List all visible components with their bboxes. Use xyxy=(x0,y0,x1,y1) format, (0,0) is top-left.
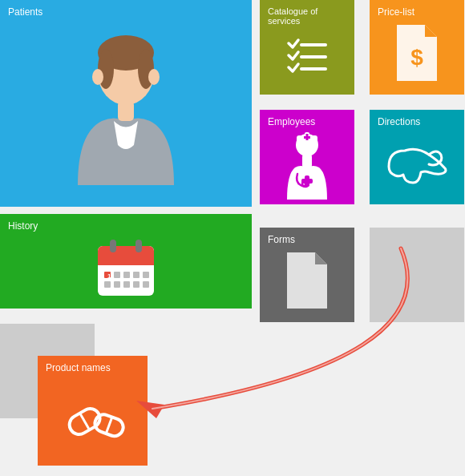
history-icon-container: 1 xyxy=(8,232,244,304)
forms-label: Forms xyxy=(268,234,295,245)
pricelist-label: Price-list xyxy=(378,6,414,18)
catalogue-icon-container xyxy=(268,26,346,88)
svg-rect-18 xyxy=(301,179,313,184)
forms-icon xyxy=(279,248,335,313)
svg-rect-4 xyxy=(118,101,134,121)
svg-text:1: 1 xyxy=(107,272,111,280)
patients-icon-container xyxy=(8,18,244,200)
svg-rect-32 xyxy=(123,281,130,288)
catalogue-icon xyxy=(279,29,335,85)
directions-icon xyxy=(381,139,453,187)
productnames-icon xyxy=(53,385,133,449)
catalogue-label: Catalogue of services xyxy=(268,6,346,26)
tile-employees[interactable]: Employees xyxy=(260,110,354,204)
svg-rect-26 xyxy=(114,272,120,278)
svg-rect-33 xyxy=(133,281,140,288)
employees-icon-container xyxy=(268,127,346,200)
history-label: History xyxy=(8,220,38,232)
svg-rect-31 xyxy=(114,281,120,288)
tile-patients[interactable]: Patients xyxy=(0,0,252,207)
tile-productnames[interactable]: Product names xyxy=(38,356,148,466)
productnames-icon-container xyxy=(46,373,140,459)
patients-icon xyxy=(62,29,190,189)
tile-directions[interactable]: Directions xyxy=(370,110,464,204)
tile-catalogue[interactable]: Catalogue of services xyxy=(260,0,354,95)
pricelist-icon: $ xyxy=(389,21,445,85)
employees-icon xyxy=(275,127,339,200)
svg-rect-27 xyxy=(123,272,130,278)
tile-history[interactable]: History 1 xyxy=(0,214,252,309)
employees-label: Employees xyxy=(268,116,315,127)
svg-rect-28 xyxy=(133,272,140,278)
directions-icon-container xyxy=(378,127,456,198)
svg-rect-30 xyxy=(104,281,111,288)
tile-forms[interactable]: Forms xyxy=(260,228,354,322)
svg-rect-19 xyxy=(302,154,312,168)
svg-rect-23 xyxy=(110,240,116,252)
svg-rect-29 xyxy=(143,272,149,278)
tile-pricelist[interactable]: Price-list $ xyxy=(370,0,464,95)
svg-point-5 xyxy=(92,69,103,85)
svg-rect-24 xyxy=(135,240,142,252)
svg-point-6 xyxy=(148,69,160,85)
history-icon: 1 xyxy=(90,232,162,304)
productnames-label: Product names xyxy=(46,362,111,373)
svg-line-37 xyxy=(79,413,89,430)
svg-rect-15 xyxy=(304,136,310,139)
svg-line-39 xyxy=(106,417,112,434)
forms-icon-container xyxy=(268,245,346,316)
svg-rect-22 xyxy=(98,256,154,265)
svg-text:$: $ xyxy=(410,45,423,70)
patients-label: Patients xyxy=(8,6,42,18)
svg-rect-34 xyxy=(143,281,149,288)
tile-empty xyxy=(370,228,464,322)
pricelist-icon-container: $ xyxy=(378,18,456,88)
directions-label: Directions xyxy=(378,116,420,127)
grid-container: Patients Catalogue o xyxy=(0,0,465,476)
